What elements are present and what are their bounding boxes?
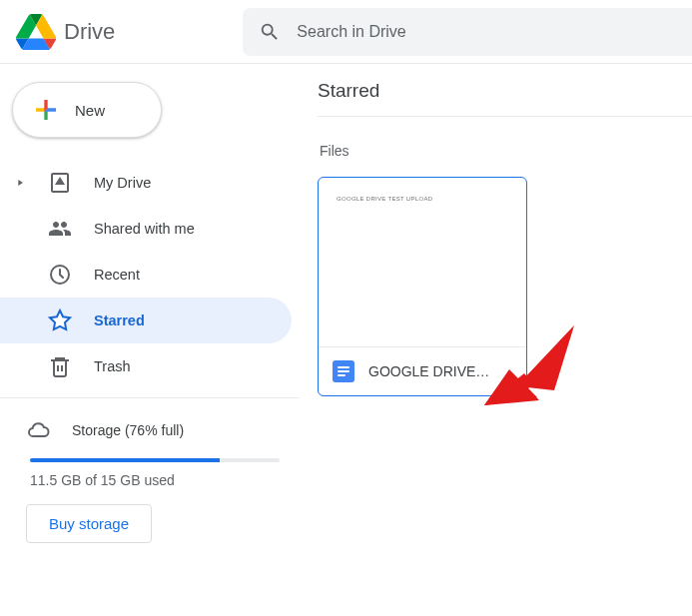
nav-list: My Drive Shared with me Recent — [0, 160, 300, 389]
nav-recent[interactable]: Recent — [0, 252, 292, 298]
recent-icon — [48, 263, 72, 287]
search-input[interactable] — [297, 23, 676, 41]
file-preview: GOOGLE DRIVE TEST UPLOAD — [319, 178, 526, 347]
new-button[interactable]: New — [12, 82, 162, 138]
sidebar: New My Drive Shared with me — [0, 64, 300, 616]
drive-logo-icon — [16, 14, 56, 50]
storage-fill — [30, 458, 220, 462]
nav-trash[interactable]: Trash — [0, 343, 292, 389]
file-footer: GOOGLE DRIVE… — [319, 347, 526, 395]
section-label: Files — [320, 143, 692, 159]
file-name: GOOGLE DRIVE… — [368, 363, 512, 379]
storage-section: Storage (76% full) 11.5 GB of 15 GB used… — [0, 410, 300, 543]
storage-bar — [30, 458, 280, 462]
app-header: Drive — [0, 0, 692, 64]
nav-label: Trash — [94, 358, 131, 374]
nav-label: My Drive — [94, 175, 151, 191]
plus-icon — [31, 95, 61, 125]
page-title: Starred — [318, 80, 692, 117]
drive-logo[interactable]: Drive — [16, 14, 115, 50]
shared-icon — [48, 217, 72, 241]
my-drive-icon — [48, 171, 72, 195]
nav-my-drive[interactable]: My Drive — [0, 160, 292, 206]
nav-shared[interactable]: Shared with me — [0, 206, 292, 252]
expand-icon[interactable] — [14, 178, 26, 188]
search-icon — [259, 21, 281, 43]
google-docs-icon — [333, 360, 354, 382]
storage-used-text: 11.5 GB of 15 GB used — [30, 472, 284, 488]
storage-row[interactable]: Storage (76% full) — [26, 410, 284, 450]
storage-label: Storage (76% full) — [72, 422, 184, 438]
file-card[interactable]: GOOGLE DRIVE TEST UPLOAD GOOGLE DRIVE… — [318, 177, 527, 396]
brand-name: Drive — [64, 19, 115, 45]
divider — [0, 397, 300, 398]
cloud-icon — [26, 418, 50, 442]
nav-label: Starred — [94, 312, 145, 328]
nav-starred[interactable]: Starred — [0, 298, 292, 343]
main-content: Starred Files GOOGLE DRIVE TEST UPLOAD G… — [300, 64, 692, 616]
buy-storage-button[interactable]: Buy storage — [26, 504, 152, 543]
trash-icon — [48, 354, 72, 378]
file-preview-text: GOOGLE DRIVE TEST UPLOAD — [337, 196, 514, 202]
nav-label: Recent — [94, 267, 140, 283]
new-button-label: New — [75, 102, 105, 119]
nav-label: Shared with me — [94, 221, 195, 237]
star-icon — [48, 308, 72, 332]
search-bar[interactable] — [243, 8, 692, 56]
